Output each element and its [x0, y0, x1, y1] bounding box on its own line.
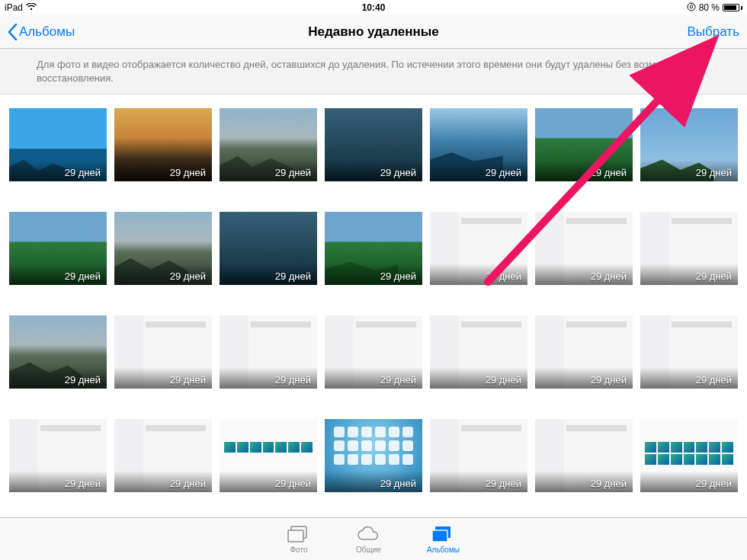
photo-thumb[interactable]: 29 дней	[535, 315, 633, 389]
status-bar: iPad 10:40 80 %	[0, 0, 747, 15]
albums-icon	[431, 524, 454, 544]
days-remaining: 29 дней	[65, 167, 101, 178]
orientation-lock-icon	[687, 2, 696, 14]
battery-icon	[723, 4, 742, 11]
photo-thumb[interactable]: 29 дней	[640, 108, 738, 181]
photo-thumb[interactable]: 29 дней	[114, 315, 212, 389]
photo-thumb[interactable]: 29 дней	[325, 108, 422, 181]
tab-shared[interactable]: Общие	[356, 524, 381, 554]
tab-photos[interactable]: Фото	[287, 524, 310, 554]
photo-thumb[interactable]: 29 дней	[325, 212, 422, 285]
select-button[interactable]: Выбрать	[688, 24, 739, 40]
photos-icon	[287, 524, 310, 544]
days-remaining: 29 дней	[696, 270, 732, 282]
back-label: Альбомы	[19, 24, 75, 40]
photo-thumb[interactable]: 29 дней	[114, 212, 212, 285]
days-remaining: 29 дней	[65, 270, 101, 282]
days-remaining: 29 дней	[275, 270, 311, 282]
days-remaining: 29 дней	[170, 270, 206, 282]
photo-thumb[interactable]: 29 дней	[9, 108, 107, 181]
photo-thumb[interactable]: 29 дней	[640, 212, 738, 285]
days-remaining: 29 дней	[275, 478, 311, 489]
svg-rect-11	[432, 530, 447, 542]
days-remaining: 29 дней	[380, 270, 416, 282]
days-remaining: 29 дней	[170, 478, 206, 489]
photo-thumb[interactable]: 29 дней	[220, 212, 317, 285]
svg-rect-9	[288, 530, 303, 542]
photo-thumb[interactable]: 29 дней	[430, 419, 527, 492]
device-label: iPad	[5, 2, 23, 13]
photo-thumb[interactable]: 29 дней	[640, 315, 738, 389]
days-remaining: 29 дней	[696, 374, 732, 386]
days-remaining: 29 дней	[486, 478, 521, 489]
photo-thumb[interactable]: 29 дней	[325, 315, 422, 389]
photo-thumb[interactable]: 29 дней	[535, 108, 633, 181]
days-remaining: 29 дней	[591, 374, 627, 386]
photo-thumb[interactable]: 29 дней	[9, 212, 107, 285]
days-remaining: 29 дней	[275, 374, 311, 386]
chevron-left-icon	[8, 24, 18, 40]
photo-thumb[interactable]: 29 дней	[220, 108, 317, 181]
battery-percent: 80 %	[699, 2, 720, 13]
days-remaining: 29 дней	[275, 167, 311, 178]
days-remaining: 29 дней	[696, 478, 732, 489]
days-remaining: 29 дней	[591, 270, 627, 282]
days-remaining: 29 дней	[696, 167, 732, 178]
photo-thumb[interactable]: 29 дней	[114, 419, 212, 492]
status-time: 10:40	[362, 0, 386, 15]
nav-bar: Альбомы Недавно удаленные Выбрать	[0, 15, 747, 49]
photo-thumb[interactable]: 29 дней	[325, 419, 422, 492]
days-remaining: 29 дней	[170, 374, 206, 386]
photo-thumb[interactable]: 29 дней	[9, 419, 107, 492]
tab-bar: Фото Общие Альбомы	[0, 517, 747, 560]
wifi-icon	[26, 2, 37, 13]
photo-thumb[interactable]: 29 дней	[430, 212, 527, 285]
photo-thumb[interactable]: 29 дней	[430, 108, 527, 181]
photo-grid: 29 дней 29 дней 29 дней 29 дней 29 дней …	[0, 94, 747, 492]
photo-thumb[interactable]: 29 дней	[220, 315, 317, 389]
days-remaining: 29 дней	[591, 478, 627, 489]
photo-thumb[interactable]: 29 дней	[114, 108, 212, 181]
days-remaining: 29 дней	[486, 270, 521, 282]
tab-label: Общие	[356, 546, 381, 554]
photo-thumb[interactable]: 29 дней	[430, 315, 527, 389]
cloud-icon	[356, 524, 380, 544]
photo-thumb[interactable]: 29 дней	[535, 212, 633, 285]
tab-albums[interactable]: Альбомы	[427, 524, 460, 554]
days-remaining: 29 дней	[380, 167, 416, 178]
info-banner: Для фото и видео отображается количество…	[0, 49, 747, 94]
back-button[interactable]: Альбомы	[8, 24, 75, 40]
days-remaining: 29 дней	[486, 374, 521, 386]
tab-label: Альбомы	[427, 546, 460, 554]
photo-thumb[interactable]: 29 дней	[535, 419, 633, 492]
page-title: Недавно удаленные	[308, 24, 439, 40]
days-remaining: 29 дней	[65, 374, 101, 386]
tab-label: Фото	[290, 546, 308, 554]
photo-thumb[interactable]: 29 дней	[640, 419, 738, 492]
days-remaining: 29 дней	[380, 478, 416, 489]
days-remaining: 29 дней	[170, 167, 206, 178]
photo-thumb[interactable]: 29 дней	[9, 315, 107, 389]
days-remaining: 29 дней	[380, 374, 416, 386]
days-remaining: 29 дней	[486, 167, 521, 178]
days-remaining: 29 дней	[65, 478, 101, 489]
photo-thumb[interactable]: 29 дней	[220, 419, 317, 492]
days-remaining: 29 дней	[591, 167, 627, 178]
